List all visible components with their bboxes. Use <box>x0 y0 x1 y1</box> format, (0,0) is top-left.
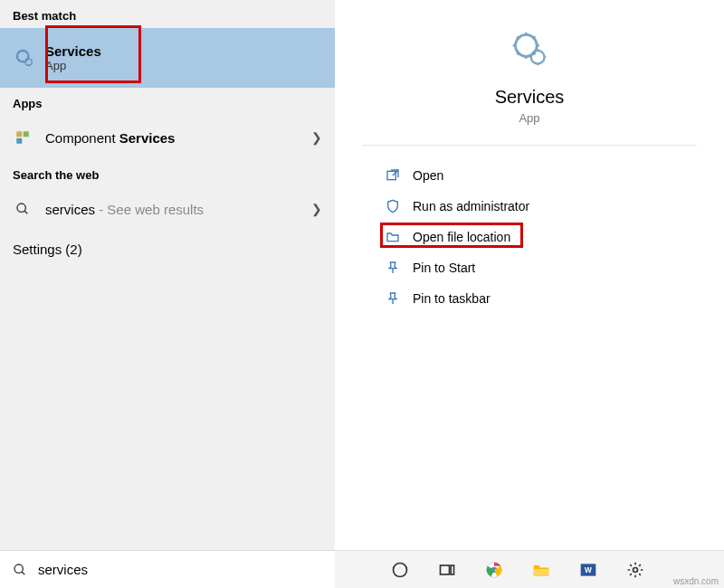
action-open-file-location[interactable]: Open file location <box>335 222 724 252</box>
word-icon[interactable]: W <box>577 559 599 581</box>
svg-point-7 <box>14 564 23 573</box>
action-pin-to-start[interactable]: Pin to Start <box>335 252 724 283</box>
settings-gear-icon[interactable] <box>624 559 646 581</box>
svg-line-6 <box>24 211 27 213</box>
services-large-gear-icon <box>508 27 551 71</box>
settings-category[interactable]: Settings (2) <box>0 231 335 268</box>
svg-rect-2 <box>16 131 22 137</box>
action-label: Open <box>413 168 443 183</box>
divider <box>362 145 697 146</box>
action-label: Run as administrator <box>413 199 529 213</box>
best-match-result-services[interactable]: Services App <box>0 28 335 88</box>
pin-taskbar-icon <box>386 291 413 306</box>
best-match-subtitle: App <box>45 59 101 72</box>
detail-panel: Services App Open Run as administrator <box>335 0 724 588</box>
search-input[interactable] <box>38 562 322 577</box>
search-results-panel: Best match Services App Apps Component S… <box>0 0 335 588</box>
svg-point-5 <box>17 204 25 212</box>
result-component-services[interactable]: Component Services ❯ <box>0 116 335 159</box>
result-label: services - See web results <box>45 202 311 217</box>
search-web-header: Search the web <box>0 159 335 187</box>
svg-rect-4 <box>16 138 22 144</box>
detail-subtitle: App <box>519 111 539 125</box>
component-services-icon <box>13 129 33 146</box>
search-icon <box>13 563 27 577</box>
apps-header: Apps <box>0 88 335 116</box>
action-run-as-administrator[interactable]: Run as administrator <box>335 191 724 222</box>
shield-admin-icon <box>386 199 413 213</box>
svg-text:W: W <box>585 565 592 574</box>
svg-line-8 <box>22 572 24 574</box>
cortana-circle-icon[interactable] <box>389 559 411 581</box>
action-label: Pin to Start <box>413 261 475 275</box>
spacer <box>0 268 335 550</box>
open-icon <box>386 168 413 183</box>
svg-point-20 <box>634 567 638 572</box>
svg-rect-3 <box>24 131 29 137</box>
svg-point-12 <box>394 563 407 576</box>
detail-title: Services <box>495 87 565 108</box>
result-web-search[interactable]: services - See web results ❯ <box>0 187 335 231</box>
file-explorer-icon[interactable] <box>530 559 552 581</box>
best-match-title: Services <box>45 43 101 59</box>
pin-start-icon <box>386 261 413 275</box>
svg-rect-11 <box>387 171 395 179</box>
action-open[interactable]: Open <box>335 160 724 191</box>
action-label: Pin to taskbar <box>413 291 491 306</box>
chevron-right-icon: ❯ <box>311 130 322 145</box>
folder-location-icon <box>386 230 413 244</box>
action-label: Open file location <box>413 230 510 244</box>
svg-rect-13 <box>441 565 450 574</box>
services-gear-icon <box>13 46 36 70</box>
taskbar: W <box>335 550 724 588</box>
task-view-icon[interactable] <box>436 559 458 581</box>
watermark: wsxdn.com <box>673 576 719 586</box>
chevron-right-icon: ❯ <box>311 202 322 216</box>
svg-rect-14 <box>451 565 453 574</box>
result-label: Component Services <box>45 130 311 146</box>
search-bar <box>0 550 335 588</box>
svg-rect-17 <box>534 569 549 576</box>
best-match-header: Best match <box>0 0 335 28</box>
action-pin-to-taskbar[interactable]: Pin to taskbar <box>335 283 724 314</box>
search-icon <box>13 202 33 216</box>
chrome-icon[interactable] <box>483 559 505 581</box>
